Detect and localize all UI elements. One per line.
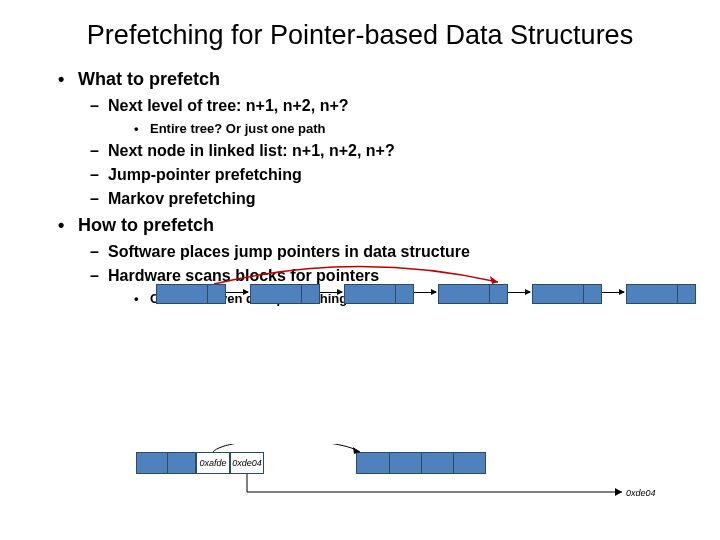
bullet-how-to-prefetch: How to prefetch bbox=[50, 211, 700, 240]
memory-block-left bbox=[136, 452, 196, 474]
list-node bbox=[344, 284, 414, 304]
memory-scan-diagram: 0xafde 0xde04 0xde04 bbox=[136, 444, 696, 524]
slide-body: What to prefetch Next level of tree: n+1… bbox=[0, 65, 720, 309]
memory-block-right bbox=[356, 452, 486, 474]
list-node bbox=[156, 284, 226, 304]
svg-marker-0 bbox=[490, 276, 498, 284]
bullet-what-to-prefetch: What to prefetch bbox=[50, 65, 700, 94]
bullet-entire-tree: Entire tree? Or just one path bbox=[50, 118, 700, 139]
svg-marker-2 bbox=[615, 488, 622, 496]
slide-title: Prefetching for Pointer-based Data Struc… bbox=[0, 0, 720, 65]
linked-list-diagram bbox=[156, 278, 696, 308]
list-node bbox=[438, 284, 508, 304]
next-arrow bbox=[226, 292, 248, 293]
next-arrow bbox=[414, 292, 436, 293]
far-address-label: 0xde04 bbox=[626, 488, 656, 498]
bullet-markov: Markov prefetching bbox=[50, 187, 700, 211]
next-arrow bbox=[602, 292, 624, 293]
bullet-jump-pointer: Jump-pointer prefetching bbox=[50, 163, 700, 187]
pointer-cell: 0xde04 bbox=[230, 452, 264, 474]
bullet-software-jump-pointers: Software places jump pointers in data st… bbox=[50, 240, 700, 264]
list-node bbox=[626, 284, 696, 304]
bullet-next-node-list: Next node in linked list: n+1, n+2, n+? bbox=[50, 139, 700, 163]
next-arrow bbox=[508, 292, 530, 293]
pointer-cell: 0xafde bbox=[196, 452, 230, 474]
next-arrow bbox=[320, 292, 342, 293]
bullet-next-level-tree: Next level of tree: n+1, n+2, n+? bbox=[50, 94, 700, 118]
list-node bbox=[532, 284, 602, 304]
list-node bbox=[250, 284, 320, 304]
